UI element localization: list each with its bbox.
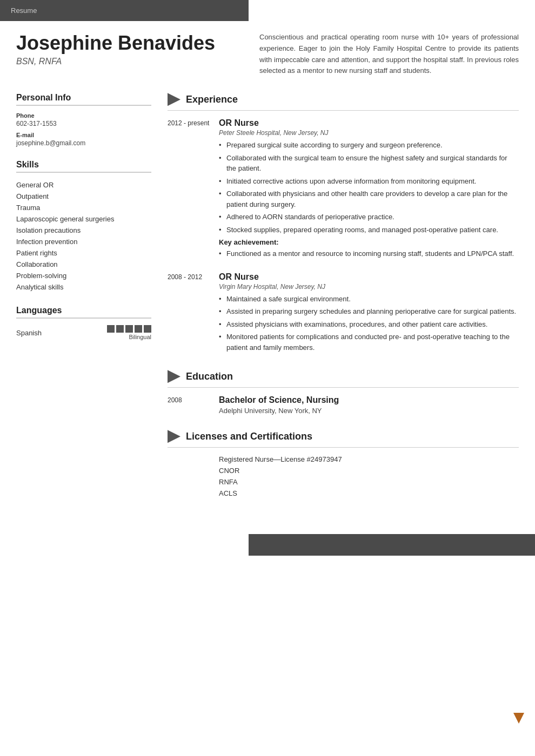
language-bar [125,325,133,333]
languages-title: Languages [16,306,151,319]
language-bar [135,325,142,333]
language-proficiency: Bilingual [107,325,151,340]
main-content: Personal Info Phone 602-317-1553 E-mail … [16,93,519,512]
education-date: 2008 [168,395,219,415]
experience-title: Experience [186,94,238,105]
email-label: E-mail [16,132,151,138]
bottom-bar [249,534,535,556]
scroll-up-indicator[interactable] [513,713,524,724]
job-org: Peter Steele Hospital, New Jersey, NJ [219,129,519,137]
skill-item: Isolation precautions [16,225,151,236]
resume-header: Josephine Benavides BSN, RNFA Conscienti… [16,32,519,77]
skill-item: Trauma [16,202,151,213]
licenses-icon [168,430,180,443]
experience-content: OR NurseVirgin Mary Hospital, New Jersey… [219,272,519,355]
job-org: Virgin Mary Hospital, New Jersey, NJ [219,283,519,291]
language-level: Bilingual [129,334,151,340]
personal-info-title: Personal Info [16,93,151,106]
bullet-item: Initiated corrective actions upon advers… [219,176,519,187]
skill-item: Outpatient [16,191,151,202]
licenses-title: Licenses and Certifications [186,431,312,442]
job-title: OR Nurse [219,272,519,282]
personal-info-section: Personal Info Phone 602-317-1553 E-mail … [16,93,151,147]
achievement-label: Key achievement: [219,238,519,246]
skills-section: Skills General OROutpatientTraumaLaparos… [16,160,151,293]
skill-item: Collaboration [16,259,151,270]
achievement-bullets: Functioned as a mentor and resource to i… [219,248,519,259]
right-column: Experience 2012 - presentOR NursePeter S… [162,93,519,512]
education-icon [168,370,180,383]
language-bar [144,325,151,333]
job-bullets: Maintained a safe surgical environment.A… [219,294,519,353]
licenses-header: Licenses and Certifications [168,430,519,443]
education-header: Education [168,370,519,383]
skill-item: Infection prevention [16,236,151,247]
education-section: Education 2008Bachelor of Science, Nursi… [168,370,519,415]
education-title: Education [186,371,233,382]
experience-dates: 2008 - 2012 [168,272,219,355]
phone-value: 602-317-1553 [16,120,151,127]
licenses-list: Registered Nurse—License #24973947CNORRN… [168,455,519,497]
email-value: josephine.b@gmail.com [16,139,151,147]
experience-entries: 2012 - presentOR NursePeter Steele Hospi… [168,118,519,355]
language-bars [107,325,151,333]
education-entries: 2008Bachelor of Science, NursingAdelphi … [168,395,519,415]
bullet-item: Stocked supplies, prepared operating roo… [219,225,519,235]
achievement-item: Functioned as a mentor and resource to i… [219,248,519,259]
bullet-item: Assisted in preparing surgery schedules … [219,306,519,317]
cert-item: Registered Nurse—License #24973947 [219,455,519,463]
skill-item: General OR [16,179,151,191]
header-summary: Conscientious and practical operating ro… [243,32,519,77]
top-bar: Resume [0,0,249,21]
experience-divider [168,110,519,111]
languages-list: SpanishBilingual [16,325,151,340]
job-bullets: Prepared surgical suite according to sur… [219,140,519,235]
skill-item: Analytical skills [16,281,151,293]
experience-entry: 2012 - presentOR NursePeter Steele Hospi… [168,118,519,261]
cert-item: ACLS [219,489,519,497]
languages-section: Languages SpanishBilingual [16,306,151,340]
job-title: OR Nurse [219,118,519,128]
header-left: Josephine Benavides BSN, RNFA [16,32,243,77]
language-bar [107,325,115,333]
experience-content: OR NursePeter Steele Hospital, New Jerse… [219,118,519,261]
top-bar-label: Resume [11,6,37,15]
experience-entry: 2008 - 2012OR NurseVirgin Mary Hospital,… [168,272,519,355]
licenses-section: Licenses and Certifications Registered N… [168,430,519,497]
bullet-item: Adhered to AORN standards of perioperati… [219,212,519,222]
skill-item: Patient rights [16,247,151,259]
experience-header: Experience [168,93,519,106]
bullet-item: Collaborated with the surgical team to e… [219,153,519,174]
candidate-name: Josephine Benavides [16,32,243,55]
education-content: Bachelor of Science, NursingAdelphi Univ… [219,395,519,415]
experience-dates: 2012 - present [168,118,219,261]
bullet-item: Assisted physicians with examinations, p… [219,319,519,330]
language-row: SpanishBilingual [16,325,151,340]
language-name: Spanish [16,329,42,337]
left-column: Personal Info Phone 602-317-1553 E-mail … [16,93,162,512]
education-org: Adelphi University, New York, NY [219,407,519,415]
education-divider [168,387,519,388]
education-degree: Bachelor of Science, Nursing [219,395,519,405]
education-entry: 2008Bachelor of Science, NursingAdelphi … [168,395,519,415]
cert-item: CNOR [219,467,519,475]
bullet-item: Maintained a safe surgical environment. [219,294,519,305]
cert-item: RNFA [219,478,519,486]
licenses-divider [168,447,519,448]
experience-section: Experience 2012 - presentOR NursePeter S… [168,93,519,355]
skill-item: Laparoscopic general surgeries [16,213,151,225]
bullet-item: Monitored patients for complications and… [219,332,519,353]
skill-item: Problem-solving [16,270,151,281]
candidate-credentials: BSN, RNFA [16,57,243,66]
experience-icon [168,93,180,106]
bullet-item: Prepared surgical suite according to sur… [219,140,519,151]
bullet-item: Collaborated with physicians and other h… [219,188,519,210]
skills-title: Skills [16,160,151,173]
language-bar [116,325,124,333]
skills-list: General OROutpatientTraumaLaparoscopic g… [16,179,151,293]
licenses-content: Registered Nurse—License #24973947CNORRN… [168,455,519,497]
phone-label: Phone [16,112,151,119]
